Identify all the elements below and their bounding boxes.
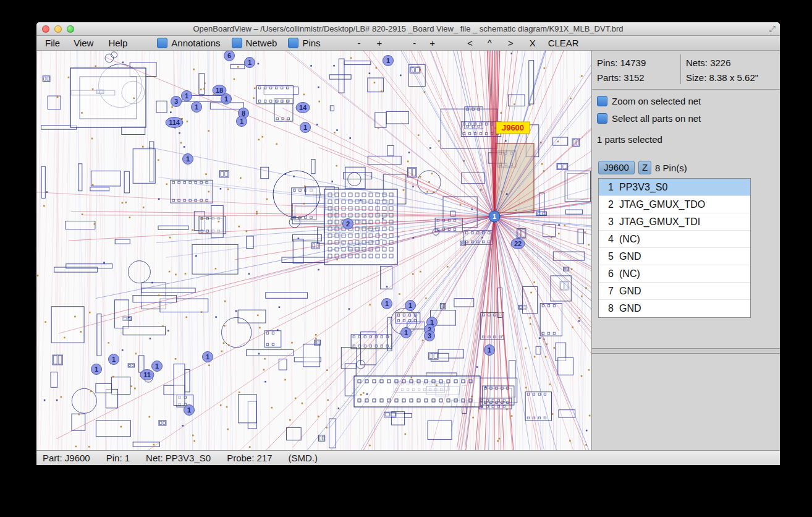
annotations-checkbox[interactable] [157,38,167,48]
annotation-marker[interactable]: 1 [401,328,412,338]
pan-left-button[interactable]: < [463,38,476,48]
svg-text:1: 1 [206,353,209,361]
annotation-marker[interactable]: 1 [221,94,232,105]
annotation-marker[interactable]: 3 [171,96,182,107]
annotation-marker[interactable]: 1 [91,364,102,375]
pin-row-4[interactable]: 4 (NC) [599,231,750,248]
status-mount: (SMD.) [289,453,318,463]
pin-number: 7 [603,286,614,297]
statusbar: Part: J9600 Pin: 1 Net: PP3V3_S0 Probe: … [36,450,780,465]
part-name-button[interactable]: J9600 [598,161,635,174]
svg-text:1: 1 [186,155,190,163]
titlebar[interactable]: OpenBoardView – /Users/collinmistr/Deskt… [36,22,780,36]
window-title: OpenBoardView – /Users/collinmistr/Deskt… [36,24,780,33]
pin-net-name: GND [619,251,641,262]
selected-pin-marker[interactable]: 1 [489,211,500,222]
status-probe: Probe: 217 [227,453,272,463]
minimize-window-button[interactable] [54,25,62,33]
menu-view[interactable]: View [70,38,97,48]
nets-count: Nets: 3226 [680,54,780,69]
pin-row-5[interactable]: 5 GND [599,248,750,265]
annotation-marker[interactable]: 1 [383,56,394,66]
zoom-window-button[interactable] [67,25,74,33]
netweb-checkbox-label: Netweb [246,38,277,48]
board-canvas[interactable]: J960061118131181141141122211123111111111… [36,51,591,450]
app-window: OpenBoardView – /Users/collinmistr/Deskt… [36,22,780,465]
annotation-marker[interactable]: 14 [296,103,310,113]
annotation-marker[interactable]: 114 [166,118,183,128]
pin-number: 8 [603,303,614,314]
pin-net-name: GND [619,286,641,297]
pin-net-name: (NC) [619,268,640,280]
svg-text:1: 1 [303,124,307,131]
annotation-marker[interactable]: 6 [224,51,235,61]
annotation-marker[interactable]: 1 [192,102,202,113]
svg-text:11: 11 [143,371,151,378]
pin-row-7[interactable]: 7 GND [599,283,750,300]
deselect-button[interactable]: X [526,38,539,48]
svg-text:6: 6 [227,52,231,59]
selected-net-label[interactable]: J9600 [496,122,530,134]
pan-right-button[interactable]: > [504,38,517,48]
annotation-marker[interactable]: 1 [203,352,213,362]
selection-summary: 1 parts selected [592,130,780,145]
panel-splitter[interactable] [592,348,780,354]
board-view[interactable]: J960061118131181141141122211123111111111… [36,51,591,450]
annotation-marker[interactable]: 3 [425,331,435,341]
pan-up-button[interactable]: ^ [484,38,496,48]
annotation-marker[interactable]: 1 [237,116,247,127]
toolbar: File View Help Annotations Netweb Pins -… [36,36,780,51]
close-window-button[interactable] [42,25,49,33]
svg-text:J9600: J9600 [502,123,524,132]
zoom-out-button[interactable]: - [354,38,365,48]
svg-text:14: 14 [299,104,307,111]
svg-text:1: 1 [240,118,243,125]
rotate-ccw-button[interactable]: - [409,38,420,48]
screen: OpenBoardView – /Users/collinmistr/Deskt… [0,0,812,517]
svg-text:114: 114 [169,119,180,126]
annotation-marker[interactable]: 1 [183,154,193,164]
zoom-in-button[interactable]: + [373,38,386,48]
annotation-marker[interactable]: 1 [382,299,392,309]
svg-text:1: 1 [224,95,228,103]
annotation-marker[interactable]: 1 [184,405,195,416]
svg-text:1: 1 [404,329,408,336]
annotation-marker[interactable]: 1 [484,345,495,356]
annotation-marker[interactable]: 22 [511,239,525,249]
svg-text:1: 1 [488,346,491,354]
pin-row-2[interactable]: 2 JTAG_GMUX_TDO [599,196,750,213]
pin-row-3[interactable]: 3 JTAG_GMUX_TDI [599,213,750,231]
rotate-cw-button[interactable]: + [426,38,439,48]
pin-row-1[interactable]: 1 PP3V3_S0 [599,179,750,196]
fullscreen-icon[interactable]: ⤢ [769,24,776,34]
pin-number: 6 [603,268,614,280]
pin-row-8[interactable]: 8 GND [599,300,750,317]
netweb-checkbox[interactable] [232,38,242,48]
annotation-marker[interactable]: 2 [343,219,353,229]
pin-count-label: 8 Pin(s) [655,163,687,173]
annotation-marker[interactable]: 1 [182,91,192,101]
annotation-marker[interactable]: 1 [109,354,119,365]
status-net: Net: PP3V3_S0 [146,453,211,463]
zoom-on-net-label: Zoom on selected net [612,96,701,106]
clear-button[interactable]: CLEAR [544,38,583,48]
zoom-on-net-checkbox[interactable] [597,96,607,106]
pin-number: 5 [603,251,614,262]
annotation-marker[interactable]: 1 [245,58,255,68]
svg-text:1: 1 [386,57,390,64]
select-all-parts-checkbox[interactable] [597,113,607,124]
annotation-marker[interactable]: 1 [152,361,163,372]
annotation-marker[interactable]: 1 [405,301,416,311]
zoom-to-part-button[interactable]: Z [638,161,651,174]
annotation-marker[interactable]: 1 [300,122,311,133]
menu-file[interactable]: File [41,38,64,48]
board-stats: Pins: 14739 Nets: 3226 Parts: 3152 Size:… [592,51,780,90]
svg-text:1: 1 [155,362,159,370]
svg-text:18: 18 [216,87,223,94]
pin-net-name: (NC) [619,234,640,245]
menu-help[interactable]: Help [104,38,131,48]
pin-net-name: JTAG_GMUX_TDO [619,199,705,210]
pin-row-6[interactable]: 6 (NC) [599,265,750,283]
pins-checkbox[interactable] [288,38,298,48]
annotation-marker[interactable]: 11 [140,370,154,380]
